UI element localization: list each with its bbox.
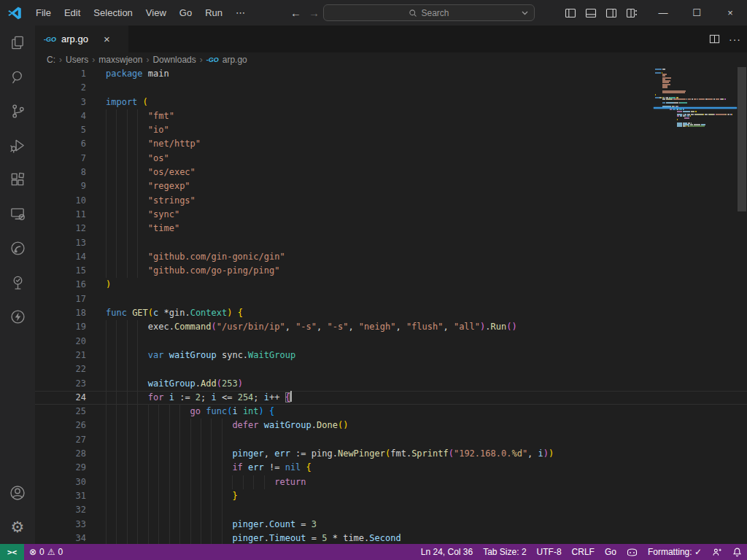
remote-explorer-icon[interactable] [0, 197, 35, 231]
chevron-down-icon[interactable] [522, 11, 528, 15]
code-line[interactable]: 29 if err != nil { [35, 461, 747, 475]
espressif-icon[interactable] [0, 231, 35, 265]
thunder-client-icon[interactable] [0, 300, 35, 334]
notifications-bell-icon[interactable] [727, 544, 747, 560]
code-line[interactable]: 27 [35, 433, 747, 447]
code-text: var waitGroup sync.WaitGroup [106, 349, 747, 362]
menu-item-file[interactable]: File [29, 4, 58, 21]
code-line[interactable]: 19 exec.Command("/usr/bin/ip", "-s", "-s… [35, 320, 747, 334]
code-line[interactable]: 17 [35, 292, 747, 306]
code-line[interactable]: 28 pinger, err := ping.NewPinger(fmt.Spr… [35, 447, 747, 461]
code-line[interactable]: 2 [35, 81, 747, 95]
code-line[interactable]: 14 "github.com/gin-gonic/gin" [35, 250, 747, 264]
code-line[interactable]: 1package main [35, 67, 747, 81]
breadcrumb-item[interactable]: C: [47, 55, 55, 65]
code-line[interactable]: 9 "regexp" [35, 179, 747, 193]
code-line[interactable]: 4 "fmt" [35, 109, 747, 123]
code-line[interactable]: 3import ( [35, 96, 747, 109]
todo-tree-icon[interactable] [0, 265, 35, 300]
code-line[interactable]: 15 "github.com/go-ping/ping" [35, 264, 747, 278]
breadcrumb-item[interactable]: Users [66, 55, 88, 65]
code-line[interactable]: 11 "sync" [35, 208, 747, 222]
code-line[interactable]: 32 [35, 503, 747, 517]
line-number: 34 [35, 532, 86, 544]
menu-item-go[interactable]: Go [173, 4, 198, 21]
breadcrumb-file[interactable]: arp.go [222, 55, 247, 65]
back-arrow-icon[interactable]: ← [290, 7, 301, 19]
code-line[interactable]: 33 pinger.Count = 3 [35, 518, 747, 532]
run-debug-icon[interactable] [0, 128, 35, 163]
code-line[interactable]: 10 "strings" [35, 194, 747, 208]
forward-arrow-icon[interactable]: → [309, 7, 320, 19]
more-actions-icon[interactable]: ··· [729, 34, 741, 45]
code-line[interactable]: 18func GET(c *gin.Context) { [35, 306, 747, 320]
menu-item-run[interactable]: Run [198, 4, 229, 21]
code-line[interactable]: 31 } [35, 489, 747, 503]
files-icon[interactable] [0, 26, 35, 60]
code-line[interactable]: 22 [35, 362, 747, 376]
code-line[interactable]: 12 "time" [35, 222, 747, 236]
code-line[interactable]: 34 pinger.Timeout = 5 * time.Second [35, 532, 747, 544]
encoding-status[interactable]: UTF-8 [532, 544, 567, 560]
code-text: if err != nil { [106, 461, 747, 475]
code-line[interactable]: 30 return [35, 475, 747, 489]
customize-layout-icon[interactable] [626, 7, 638, 19]
accounts-icon[interactable] [0, 475, 35, 510]
line-number: 13 [35, 236, 86, 250]
extensions-icon[interactable] [0, 163, 35, 197]
code-line[interactable]: 8 "os/exec" [35, 166, 747, 179]
feedback-icon[interactable] [707, 544, 727, 560]
code-line[interactable]: 5 "io" [35, 123, 747, 137]
code-line[interactable]: 26 defer waitGroup.Done() [35, 419, 747, 432]
code-line[interactable]: 25 go func(i int) { [35, 405, 747, 419]
code-text [106, 362, 747, 376]
tab-arp-go[interactable]: GO arp.go × [35, 26, 128, 52]
language-status[interactable]: Go [600, 544, 622, 560]
line-number: 10 [35, 194, 86, 208]
search-placeholder: Search [421, 8, 449, 18]
line-number: 7 [35, 152, 86, 166]
editor[interactable]: 1package main23import (4 "fmt"5 "io"6 "n… [35, 67, 747, 544]
workbench: ⚙ GO arp.go × ··· C:›Users›maxswjeon›Dow… [0, 26, 747, 544]
copilot-icon[interactable] [622, 544, 643, 560]
code-line[interactable]: 7 "os" [35, 152, 747, 166]
maximize-button[interactable]: ☐ [680, 0, 713, 26]
toggle-secondary-sidebar-icon[interactable] [605, 7, 617, 19]
eol-status[interactable]: CRLF [567, 544, 600, 560]
breadcrumb-item[interactable]: Downloads [152, 55, 196, 65]
code-line[interactable]: 21 var waitGroup sync.WaitGroup [35, 349, 747, 362]
code-line[interactable]: 23 waitGroup.Add(253) [35, 377, 747, 391]
editor-group: GO arp.go × ··· C:›Users›maxswjeon›Downl… [35, 26, 747, 544]
minimize-button[interactable]: — [646, 0, 680, 26]
settings-gear-icon[interactable]: ⚙ [0, 510, 35, 544]
source-control-icon[interactable] [0, 94, 35, 128]
search-icon[interactable] [0, 60, 35, 94]
code-line[interactable]: 6 "net/http" [35, 137, 747, 151]
breadcrumb-item[interactable]: maxswjeon [98, 55, 142, 65]
indentation-status[interactable]: Tab Size: 2 [478, 544, 531, 560]
command-center-search[interactable]: Search [323, 4, 535, 21]
scrollbar-thumb[interactable] [738, 67, 746, 211]
breadcrumb: C:›Users›maxswjeon›Downloads›GOarp.go [35, 52, 747, 67]
errors-icon: ⊗ [29, 547, 36, 557]
remote-indicator[interactable]: >< [0, 544, 24, 560]
code-line[interactable]: 24 for i := 2; i <= 254; i++ { [35, 391, 747, 405]
formatting-status[interactable]: Formatting: ✓ [643, 544, 707, 560]
cursor-position-status[interactable]: Ln 24, Col 36 [416, 544, 478, 560]
menu-item-edit[interactable]: Edit [58, 4, 87, 21]
menu-item-view[interactable]: View [139, 4, 173, 21]
error-count: 0 [39, 547, 44, 557]
menu-item-selection[interactable]: Selection [87, 4, 139, 21]
code-line[interactable]: 16) [35, 278, 747, 292]
toggle-panel-icon[interactable] [585, 7, 597, 19]
split-editor-icon[interactable] [709, 34, 720, 44]
tab-close-icon[interactable]: × [104, 33, 110, 45]
code-text: "time" [106, 222, 747, 236]
line-number: 12 [35, 222, 86, 236]
code-line[interactable]: 13 [35, 236, 747, 250]
close-button[interactable]: × [713, 0, 747, 26]
problems-status[interactable]: ⊗ 0 ⚠ 0 [24, 544, 68, 560]
menu-item-[interactable]: ⋯ [229, 4, 252, 21]
toggle-sidebar-icon[interactable] [565, 7, 576, 19]
code-line[interactable]: 20 [35, 335, 747, 349]
